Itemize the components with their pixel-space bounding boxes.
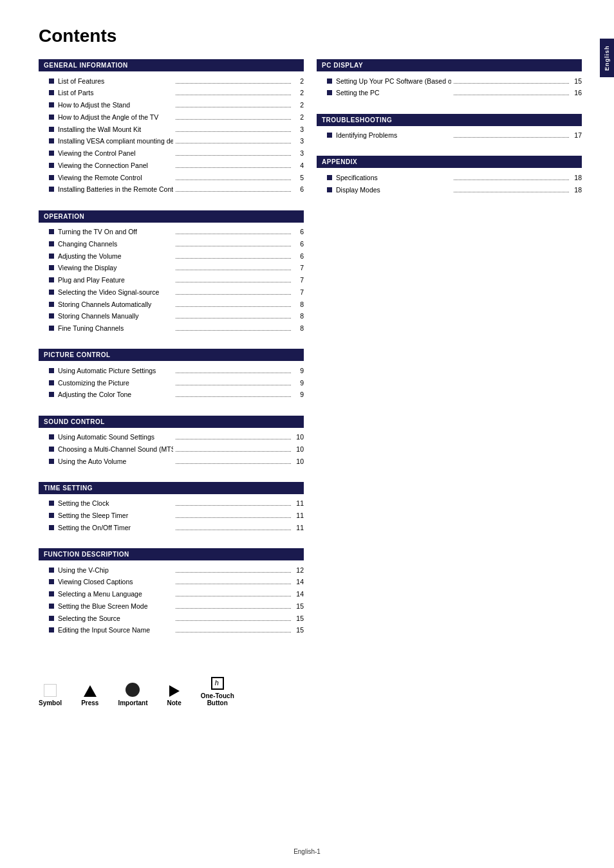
toc-item[interactable]: Installing the Wall Mount Kit3	[39, 124, 304, 136]
toc-item-label: Customizing the Picture	[58, 378, 173, 389]
toc-item[interactable]: Using the Auto Volume10	[39, 456, 304, 468]
toc-dots	[454, 180, 569, 180]
toc-item[interactable]: Specifications18	[317, 172, 582, 184]
toc-dots	[176, 385, 291, 385]
toc-dots	[176, 282, 291, 282]
toc-item[interactable]: Viewing the Display7	[39, 263, 304, 275]
box-icon	[211, 677, 224, 690]
bullet-icon	[49, 380, 54, 385]
toc-page-number: 2	[293, 88, 304, 98]
toc-item[interactable]: Adjusting the Color Tone9	[39, 389, 304, 402]
toc-item[interactable]: Adjusting the Volume6	[39, 250, 304, 263]
toc-item-label: Using Automatic Picture Settings	[58, 366, 173, 376]
toc-item[interactable]: Selecting the Video Signal-source7	[39, 286, 304, 299]
toc-item[interactable]: Using the V-Chip12	[39, 564, 304, 577]
toc-item[interactable]: Using Automatic Picture Settings9	[39, 365, 304, 377]
toc-item[interactable]: Viewing the Control Panel3	[39, 148, 304, 160]
bullet-icon	[327, 175, 332, 180]
toc-item[interactable]: Fine Tuning Channels8	[39, 323, 304, 335]
symbol-item-symbol: Symbol	[39, 684, 62, 706]
toc-item[interactable]: Setting Up Your PC Software (Based on Wi…	[317, 75, 582, 88]
toc-item-label: Setting the Sleep Timer	[58, 511, 173, 521]
toc-item[interactable]: Installing VESA compliant mounting devic…	[39, 136, 304, 148]
toc-dots	[176, 155, 291, 156]
toc-item[interactable]: Choosing a Multi-Channel Sound (MTS) Sou…	[39, 443, 304, 456]
bullet-icon	[49, 368, 54, 373]
toc-item-label: Plug and Play Feature	[58, 275, 173, 286]
symbol-item-press: Press	[81, 685, 98, 706]
toc-item[interactable]: Viewing the Connection Panel4	[39, 160, 304, 172]
toc-item[interactable]: Using Automatic Sound Settings10	[39, 432, 304, 444]
toc-page-number: 10	[293, 445, 304, 455]
toc-item[interactable]: Customizing the Picture9	[39, 377, 304, 389]
right-column: PC DISPLAYSetting Up Your PC Software (B…	[317, 59, 582, 651]
toc-item[interactable]: Turning the TV On and Off6	[39, 226, 304, 239]
toc-item[interactable]: Setting the Blue Screen Mode15	[39, 600, 304, 613]
toc-item-label: How to Adjust the Angle of the TV	[58, 113, 173, 123]
toc-item[interactable]: Editing the Input Source Name15	[39, 625, 304, 637]
toc-page-number: 18	[572, 185, 582, 196]
toc-dots	[176, 373, 291, 373]
bullet-icon	[49, 78, 54, 84]
toc-page-number: 14	[293, 577, 304, 587]
toc-item[interactable]: List of Features2	[39, 75, 304, 88]
bullet-icon	[49, 513, 54, 518]
toc-item-label: Installing the Wall Mount Kit	[58, 125, 173, 135]
toc-item[interactable]: Viewing Closed Captions14	[39, 577, 304, 589]
symbol-item-one_touch: One-Touch Button	[201, 677, 234, 706]
toc-item-label: Display Modes	[336, 185, 451, 196]
toc-item[interactable]: Plug and Play Feature7	[39, 275, 304, 287]
toc-item[interactable]: List of Parts2	[39, 88, 304, 100]
bullet-icon	[49, 568, 54, 573]
toc-item-label: How to Adjust the Stand	[58, 100, 173, 111]
toc-item[interactable]: Selecting a Menu Language14	[39, 589, 304, 601]
toc-item[interactable]: Setting the Sleep Timer11	[39, 510, 304, 522]
symbol-label: Note	[167, 699, 181, 706]
toc-dots	[176, 258, 291, 259]
toc-page-number: 3	[293, 149, 304, 159]
toc-item[interactable]: Setting the On/Off Timer11	[39, 522, 304, 534]
toc-dots	[176, 294, 291, 295]
toc-page-number: 11	[293, 499, 304, 509]
toc-item[interactable]: Installing Batteries in the Remote Contr…	[39, 184, 304, 196]
toc-dots	[176, 632, 291, 633]
content-area: GENERAL INFORMATIONList of Features2List…	[39, 59, 582, 651]
toc-item-label: Setting Up Your PC Software (Based on Wi…	[336, 77, 451, 87]
toc-item[interactable]: How to Adjust the Stand2	[39, 100, 304, 112]
toc-dots	[454, 137, 569, 138]
bullet-icon	[49, 579, 54, 584]
toc-item-label: List of Parts	[58, 88, 173, 98]
toc-item[interactable]: Selecting the Source15	[39, 613, 304, 625]
toc-item[interactable]: Setting the Clock11	[39, 498, 304, 510]
toc-dots	[176, 143, 291, 143]
toc-dots	[454, 83, 569, 84]
section-header-function_description: FUNCTION DESCRIPTION	[39, 548, 304, 560]
toc-item-label: Using the Auto Volume	[58, 457, 173, 467]
symbol-label: One-Touch Button	[201, 692, 234, 706]
toc-dots	[176, 246, 291, 246]
toc-item[interactable]: Display Modes18	[317, 184, 582, 196]
toc-item-label: Viewing the Remote Control	[58, 173, 173, 183]
toc-item[interactable]: Identifying Problems17	[317, 130, 582, 142]
toc-item[interactable]: Setting the PC16	[317, 88, 582, 100]
toc-item[interactable]: How to Adjust the Angle of the TV2	[39, 111, 304, 124]
bullet-icon	[49, 447, 54, 452]
toc-page-number: 3	[293, 125, 304, 135]
bullet-icon	[49, 151, 54, 156]
toc-page-number: 12	[293, 566, 304, 576]
toc-item[interactable]: Viewing the Remote Control5	[39, 172, 304, 184]
toc-item-label: Installing Batteries in the Remote Contr…	[58, 185, 173, 195]
page: English Contents GENERAL INFORMATIONList…	[0, 0, 614, 868]
toc-item[interactable]: Storing Channels Manually8	[39, 311, 304, 323]
section-function_description: FUNCTION DESCRIPTIONUsing the V-Chip12Vi…	[39, 548, 304, 637]
toc-page-number: 8	[293, 311, 304, 322]
bullet-icon	[49, 326, 54, 331]
section-operation: OPERATIONTurning the TV On and Off6Chang…	[39, 210, 304, 335]
toc-page-number: 10	[293, 457, 304, 467]
toc-item[interactable]: Storing Channels Automatically8	[39, 299, 304, 311]
toc-item[interactable]: Changing Channels6	[39, 238, 304, 250]
bullet-icon	[49, 525, 54, 530]
toc-page-number: 8	[293, 324, 304, 334]
toc-dots	[176, 451, 291, 452]
bullet-icon	[49, 241, 54, 246]
